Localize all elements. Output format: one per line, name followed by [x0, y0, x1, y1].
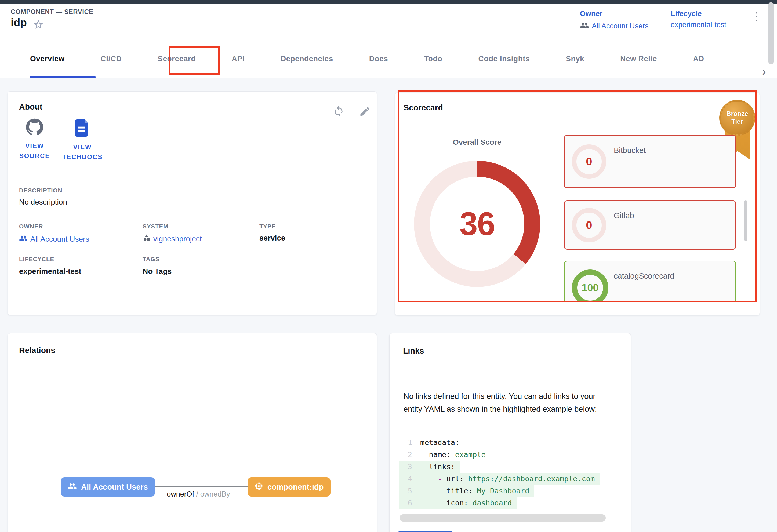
tab-adr[interactable]: ADR — [693, 54, 704, 63]
github-icon — [26, 118, 43, 137]
tab-todo[interactable]: Todo — [424, 54, 442, 63]
badge-medal-icon: BronzeTier — [719, 100, 755, 136]
tab-bar: Overview CI/CD Scorecard API Dependencie… — [0, 39, 777, 79]
code-line: 1metadata: — [399, 436, 464, 448]
about-card: About VIEW SOURCE VIEW TECHDOCS DESCRIPT… — [7, 91, 377, 315]
refresh-icon[interactable] — [333, 106, 344, 118]
owner-value: All Account Users — [592, 22, 649, 30]
lifecycle-field-label: LIFECYCLE — [19, 256, 54, 263]
overall-score-label: Overall Score — [415, 138, 539, 147]
app-window: COMPONENT — SERVICE idp Owner All Accoun… — [0, 0, 777, 532]
lifecycle-value: experimental-test — [671, 21, 726, 29]
tab-overview[interactable]: Overview — [30, 54, 65, 63]
entity-header: COMPONENT — SERVICE idp Owner All Accoun… — [0, 4, 777, 39]
type-field-value: service — [259, 234, 286, 242]
tab-scorecard[interactable]: Scorecard — [157, 54, 196, 63]
relation-node-component[interactable]: component:idp — [247, 477, 331, 497]
tab-dependencies[interactable]: Dependencies — [281, 54, 333, 63]
owner-link[interactable]: All Account Users — [580, 21, 649, 32]
tabs-overflow-chevron-icon[interactable]: › — [762, 65, 766, 77]
links-empty-message: No links defined for this entity. You ca… — [404, 390, 616, 415]
type-field-label: TYPE — [259, 223, 276, 230]
overall-score-gauge: 36 — [414, 161, 540, 287]
code-horizontal-scrollbar[interactable] — [400, 514, 606, 522]
top-accent-bar — [0, 0, 777, 4]
score-item-gitlab[interactable]: 0 Gitlab — [564, 200, 736, 250]
view-techdocs-label: VIEW TECHDOCS — [58, 142, 107, 162]
view-source-link[interactable]: VIEW SOURCE — [16, 118, 53, 161]
system-field-value: vigneshproject — [153, 235, 202, 243]
techdocs-icon — [74, 119, 91, 138]
yaml-code-block: 1metadata: 2 name: example 3 links: 4 - … — [399, 436, 623, 510]
tab-snyk[interactable]: Snyk — [566, 54, 584, 63]
view-source-label: VIEW SOURCE — [16, 141, 53, 161]
tab-cicd[interactable]: CI/CD — [101, 54, 122, 63]
catalogscorecard-score-ring: 100 — [572, 269, 608, 302]
owner-node-label: All Account Users — [81, 483, 148, 492]
overall-score-value: 36 — [459, 205, 495, 243]
scorecard-card: Scorecard BronzeTier Overall Score 36 0 … — [395, 93, 760, 315]
component-node-label: component:idp — [267, 483, 324, 492]
page-scrollbar[interactable] — [768, 2, 774, 64]
component-chip-icon — [254, 482, 263, 492]
edit-icon[interactable] — [359, 106, 371, 118]
description-label: DESCRIPTION — [19, 187, 62, 194]
code-line: 2 name: example — [399, 448, 490, 460]
code-line-highlighted: 3 links: — [399, 460, 460, 473]
breadcrumb: COMPONENT — SERVICE — [11, 8, 93, 16]
links-title: Links — [403, 346, 424, 355]
owner-field-link[interactable]: All Account Users — [19, 234, 89, 244]
system-icon — [142, 234, 151, 244]
view-techdocs-link[interactable]: VIEW TECHDOCS — [58, 119, 107, 162]
bitbucket-score-ring: 0 — [572, 144, 606, 179]
tab-api[interactable]: API — [232, 54, 245, 63]
tab-docs[interactable]: Docs — [369, 54, 388, 63]
relation-edge — [149, 486, 247, 487]
lifecycle-field-value: experimental-test — [19, 267, 81, 276]
users-icon — [19, 234, 28, 244]
code-line-highlighted: 4 - url: https://dashboard.example.com — [399, 473, 599, 485]
group-icon — [580, 21, 589, 32]
header-lifecycle: Lifecycle experimental-test — [671, 10, 726, 29]
relation-node-owner[interactable]: All Account Users — [61, 477, 155, 497]
users-icon — [68, 482, 77, 493]
header-owner: Owner All Account Users — [580, 10, 649, 32]
tab-new-relic[interactable]: New Relic — [620, 54, 657, 63]
score-item-bitbucket[interactable]: 0 Bitbucket — [564, 135, 736, 188]
owner-label: Owner — [580, 10, 649, 18]
code-line-highlighted: 5 title: My Dashboard — [399, 485, 534, 497]
favorite-star-icon[interactable] — [33, 19, 44, 31]
code-line-highlighted: 6 icon: dashboard — [399, 497, 517, 509]
tags-field-value: No Tags — [142, 267, 172, 276]
owner-field-value: All Account Users — [30, 235, 89, 244]
score-item-catalogscorecard[interactable]: 100 catalogScorecard — [564, 261, 736, 302]
relations-card: Relations All Account Users component:id… — [7, 333, 377, 532]
description-value: No description — [19, 198, 67, 207]
scorecard-scrollbar[interactable] — [744, 200, 748, 241]
relations-title: Relations — [19, 346, 55, 355]
more-options-icon[interactable]: ⋮ — [751, 11, 762, 22]
page-title: idp — [11, 17, 27, 29]
system-field-label: SYSTEM — [142, 223, 169, 230]
gitlab-label: Gitlab — [614, 211, 634, 220]
relation-edge-label: ownerOf / ownedBy — [145, 490, 252, 499]
catalogscorecard-label: catalogScorecard — [614, 272, 674, 280]
tags-field-label: TAGS — [142, 256, 159, 263]
score-list: 0 Bitbucket 0 Gitlab 100 catalogScorecar… — [564, 134, 741, 302]
owner-field-label: OWNER — [19, 223, 43, 230]
scorecard-title: Scorecard — [404, 103, 443, 112]
active-tab-indicator — [29, 76, 96, 78]
tab-code-insights[interactable]: Code Insights — [478, 54, 530, 63]
system-field-link[interactable]: vigneshproject — [142, 234, 202, 244]
bitbucket-label: Bitbucket — [614, 146, 646, 155]
lifecycle-label: Lifecycle — [671, 10, 726, 18]
about-title: About — [19, 102, 42, 111]
gitlab-score-ring: 0 — [572, 208, 606, 242]
links-card: Links No links defined for this entity. … — [389, 333, 631, 532]
